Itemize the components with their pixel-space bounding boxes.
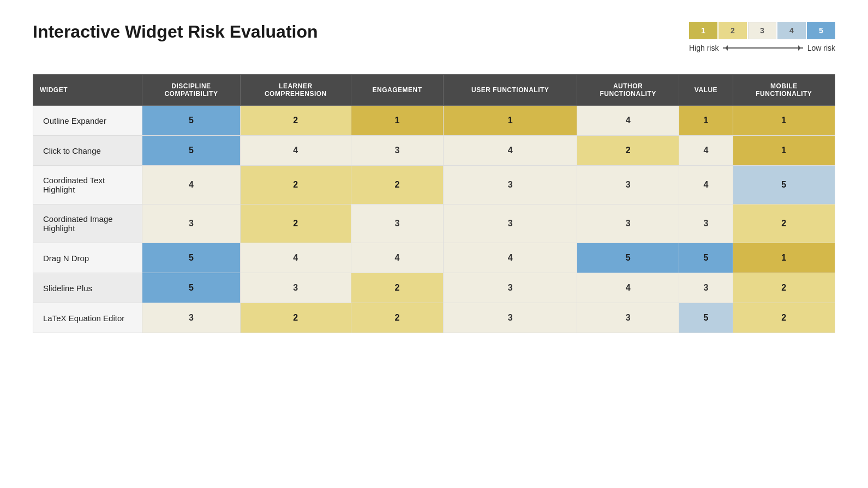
table-row: LaTeX Equation Editor3223352 <box>33 303 835 333</box>
col-header-widget: WIDGET <box>33 75 142 106</box>
low-risk-label: Low risk <box>807 44 835 52</box>
cell-mobile_func: 1 <box>733 106 835 136</box>
cell-user_func: 3 <box>444 166 577 204</box>
cell-discipline: 4 <box>142 166 241 204</box>
col-header-value: VALUE <box>679 75 733 106</box>
legend-box-4: 4 <box>777 22 806 39</box>
table-row: Slideline Plus5323432 <box>33 273 835 303</box>
col-header-author-func: AUTHORFUNCTIONALITY <box>577 75 679 106</box>
legend-box-2: 2 <box>719 22 747 39</box>
cell-engagement: 2 <box>351 273 444 303</box>
col-header-user-func: USER FUNCTIONALITY <box>444 75 577 106</box>
cell-widget: Coordinated Text Highlight <box>33 166 142 204</box>
cell-widget: Slideline Plus <box>33 273 142 303</box>
cell-user_func: 4 <box>444 243 577 273</box>
cell-learner: 3 <box>240 273 351 303</box>
cell-learner: 2 <box>240 166 351 204</box>
cell-widget: Outline Expander <box>33 106 142 136</box>
legend-box-3: 3 <box>748 22 776 39</box>
cell-mobile_func: 1 <box>733 243 835 273</box>
header-area: Interactive Widget Risk Evaluation 1 2 3… <box>33 22 835 52</box>
cell-user_func: 3 <box>444 273 577 303</box>
cell-user_func: 3 <box>444 303 577 333</box>
cell-engagement: 1 <box>351 106 444 136</box>
cell-value: 3 <box>679 204 733 243</box>
cell-engagement: 3 <box>351 136 444 166</box>
cell-discipline: 5 <box>142 106 241 136</box>
cell-mobile_func: 2 <box>733 303 835 333</box>
cell-mobile_func: 5 <box>733 166 835 204</box>
cell-author_func: 3 <box>577 303 679 333</box>
high-risk-label: High risk <box>689 44 719 52</box>
cell-author_func: 4 <box>577 273 679 303</box>
cell-widget: Drag N Drop <box>33 243 142 273</box>
cell-value: 5 <box>679 303 733 333</box>
cell-mobile_func: 2 <box>733 273 835 303</box>
cell-learner: 4 <box>240 136 351 166</box>
cell-user_func: 3 <box>444 204 577 243</box>
cell-learner: 2 <box>240 303 351 333</box>
table-row: Coordinated Text Highlight4223345 <box>33 166 835 204</box>
cell-author_func: 4 <box>577 106 679 136</box>
cell-widget: LaTeX Equation Editor <box>33 303 142 333</box>
cell-widget: Coordinated Image Highlight <box>33 204 142 243</box>
legend-boxes: 1 2 3 4 5 <box>689 22 835 39</box>
cell-value: 1 <box>679 106 733 136</box>
cell-user_func: 1 <box>444 106 577 136</box>
cell-learner: 2 <box>240 106 351 136</box>
arrow-line <box>723 47 803 49</box>
cell-engagement: 4 <box>351 243 444 273</box>
cell-author_func: 3 <box>577 204 679 243</box>
table-row: Coordinated Image Highlight3233332 <box>33 204 835 243</box>
cell-mobile_func: 1 <box>733 136 835 166</box>
legend-arrow <box>723 47 803 49</box>
table-header-row: WIDGET DISCIPLINECOMPATIBILITY LEARNERCO… <box>33 75 835 106</box>
cell-mobile_func: 2 <box>733 204 835 243</box>
col-header-learner: LEARNERCOMPREHENSION <box>240 75 351 106</box>
legend: 1 2 3 4 5 High risk Low risk <box>689 22 835 52</box>
col-header-engagement: ENGAGEMENT <box>351 75 444 106</box>
cell-discipline: 5 <box>142 243 241 273</box>
col-header-discipline: DISCIPLINECOMPATIBILITY <box>142 75 241 106</box>
cell-engagement: 3 <box>351 204 444 243</box>
cell-value: 4 <box>679 136 733 166</box>
col-header-mobile-func: MOBILEFUNCTIONALITY <box>733 75 835 106</box>
cell-discipline: 3 <box>142 303 241 333</box>
cell-learner: 2 <box>240 204 351 243</box>
legend-box-5: 5 <box>807 22 835 39</box>
cell-discipline: 5 <box>142 136 241 166</box>
legend-labels: High risk Low risk <box>689 44 835 52</box>
cell-value: 5 <box>679 243 733 273</box>
legend-box-1: 1 <box>689 22 717 39</box>
cell-author_func: 3 <box>577 166 679 204</box>
cell-learner: 4 <box>240 243 351 273</box>
table-row: Outline Expander5211411 <box>33 106 835 136</box>
cell-author_func: 2 <box>577 136 679 166</box>
cell-author_func: 5 <box>577 243 679 273</box>
cell-user_func: 4 <box>444 136 577 166</box>
table-row: Drag N Drop5444551 <box>33 243 835 273</box>
cell-discipline: 5 <box>142 273 241 303</box>
page-title: Interactive Widget Risk Evaluation <box>33 22 318 42</box>
cell-engagement: 2 <box>351 166 444 204</box>
cell-value: 4 <box>679 166 733 204</box>
cell-widget: Click to Change <box>33 136 142 166</box>
cell-discipline: 3 <box>142 204 241 243</box>
evaluation-table: WIDGET DISCIPLINECOMPATIBILITY LEARNERCO… <box>33 74 835 333</box>
cell-value: 3 <box>679 273 733 303</box>
cell-engagement: 2 <box>351 303 444 333</box>
table-row: Click to Change5434241 <box>33 136 835 166</box>
